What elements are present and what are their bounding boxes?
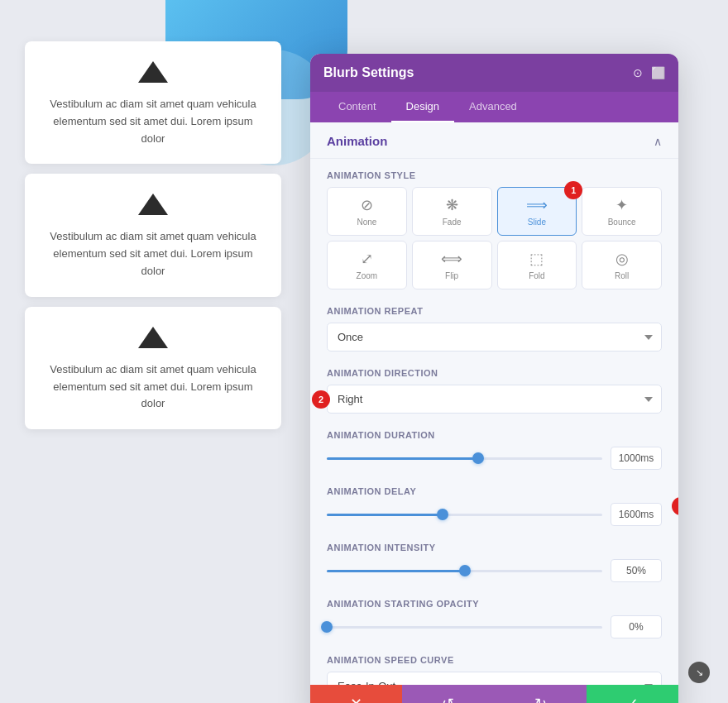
- zoom-icon: ⤢: [333, 250, 401, 268]
- blurb-card-1: Vestibulum ac diam sit amet quam vehicul…: [25, 41, 281, 164]
- redo-icon: ↻: [534, 695, 547, 703]
- style-roll[interactable]: ◎ Roll: [582, 241, 662, 289]
- panel-tabs: Content Design Advanced: [310, 92, 678, 122]
- duration-track: [327, 457, 602, 460]
- left-panel: Vestibulum ac diam sit amet quam vehicul…: [25, 41, 281, 429]
- card-text-1: Vestibulum ac diam sit amet quam vehicul…: [41, 96, 265, 147]
- animation-duration-group: Animation Duration 1000ms: [310, 422, 678, 478]
- animation-duration-value: 1000ms: [611, 447, 662, 470]
- roll-icon: ◎: [587, 250, 656, 268]
- tab-design[interactable]: Design: [391, 92, 454, 122]
- animation-opacity-label: Animation Starting Opacity: [327, 599, 662, 609]
- badge-1: 1: [564, 181, 582, 199]
- animation-speed-curve-select[interactable]: Ease-In-Out Ease Ease-In Ease-Out Linear: [327, 672, 662, 685]
- style-slide-label: Slide: [528, 218, 546, 227]
- animation-delay-label: Animation Delay: [327, 486, 662, 496]
- style-flip-label: Flip: [445, 271, 458, 280]
- style-none[interactable]: ⊘ None: [327, 187, 407, 236]
- delay-fill: [327, 514, 443, 516]
- animation-section-title: Animation: [327, 134, 387, 148]
- blurb-card-2: Vestibulum ac diam sit amet quam vehicul…: [25, 174, 281, 296]
- style-zoom-label: Zoom: [357, 271, 378, 280]
- style-fade[interactable]: ❋ Fade: [412, 187, 492, 236]
- section-collapse-icon[interactable]: ∧: [654, 135, 662, 148]
- divider-1: [310, 158, 678, 159]
- style-fold[interactable]: ⬚ Fold: [497, 241, 577, 289]
- panel-header-icons: ⊙ ⬜: [633, 66, 665, 79]
- delay-thumb[interactable]: [437, 509, 448, 520]
- save-icon: ✓: [626, 695, 639, 703]
- undo-button[interactable]: ↺: [402, 685, 494, 703]
- triangle-icon-3: [138, 327, 168, 348]
- animation-delay-slider-container[interactable]: [327, 506, 602, 523]
- section-header-animation: Animation ∧: [310, 122, 678, 158]
- duration-fill: [327, 457, 478, 460]
- intensity-track: [327, 570, 602, 572]
- animation-delay-row: 1600ms 3: [327, 503, 662, 526]
- tab-advanced[interactable]: Advanced: [454, 92, 532, 122]
- style-zoom[interactable]: ⤢ Zoom: [327, 241, 407, 289]
- duration-thumb[interactable]: [472, 452, 484, 464]
- style-roll-label: Roll: [615, 271, 629, 280]
- fold-icon: ⬚: [503, 250, 572, 268]
- animation-opacity-row: 0%: [327, 615, 662, 638]
- animation-style-grid: ⊘ None ❋ Fade ⟹ Slide 1 ✦ Bounce ⤢: [327, 187, 662, 289]
- style-bounce[interactable]: ✦ Bounce: [582, 187, 662, 236]
- animation-intensity-label: Animation Intensity: [327, 543, 662, 552]
- animation-speed-curve-group: Animation Speed Curve Ease-In-Out Ease E…: [310, 647, 678, 685]
- animation-duration-slider-container[interactable]: [327, 450, 602, 466]
- animation-repeat-label: Animation Repeat: [327, 306, 662, 316]
- animation-delay-group: Animation Delay 1600ms 3: [310, 478, 678, 534]
- triangle-icon-1: [138, 61, 168, 83]
- expand-icon[interactable]: ⬜: [651, 66, 665, 79]
- animation-repeat-group: Animation Repeat Once Loop Loop - Back a…: [310, 298, 678, 360]
- redo-button[interactable]: ↻: [495, 685, 587, 703]
- tab-content[interactable]: Content: [323, 92, 391, 122]
- animation-opacity-value: 0%: [611, 615, 662, 638]
- opacity-thumb[interactable]: [321, 621, 333, 633]
- badge-2: 2: [312, 390, 330, 409]
- card-text-2: Vestibulum ac diam sit amet quam vehicul…: [41, 228, 265, 280]
- slide-icon: ⟹: [503, 196, 572, 214]
- panel-body: Animation ∧ Animation Style ⊘ None ❋ Fad…: [310, 122, 678, 685]
- animation-repeat-select[interactable]: Once Loop Loop - Back and Forth: [327, 323, 662, 352]
- animation-style-label: Animation Style: [327, 170, 662, 180]
- none-icon: ⊘: [333, 196, 401, 214]
- style-slide[interactable]: ⟹ Slide 1: [497, 187, 577, 236]
- intensity-fill: [327, 570, 465, 572]
- animation-opacity-slider-container[interactable]: [327, 619, 602, 635]
- animation-opacity-group: Animation Starting Opacity 0%: [310, 591, 678, 647]
- card-text-3: Vestibulum ac diam sit amet quam vehicul…: [41, 361, 265, 413]
- animation-delay-value: 1600ms: [611, 503, 662, 526]
- animation-speed-curve-label: Animation Speed Curve: [327, 655, 662, 665]
- panel-header: Blurb Settings ⊙ ⬜: [310, 54, 678, 92]
- badge-3: 3: [672, 497, 678, 515]
- settings-panel: Blurb Settings ⊙ ⬜ Content Design Advanc…: [310, 54, 678, 703]
- cancel-button[interactable]: ✕: [310, 685, 402, 703]
- undo-icon: ↺: [442, 695, 454, 703]
- animation-intensity-slider-container[interactable]: [327, 562, 602, 579]
- opacity-track: [327, 626, 602, 629]
- focus-icon[interactable]: ⊙: [633, 66, 643, 79]
- panel-toolbar: ✕ ↺ ↻ ✓: [310, 685, 678, 703]
- blurb-card-3: Vestibulum ac diam sit amet quam vehicul…: [25, 307, 281, 429]
- animation-duration-row: 1000ms: [327, 447, 662, 470]
- delay-track: [327, 514, 602, 516]
- animation-intensity-row: 50%: [327, 559, 662, 582]
- style-fade-label: Fade: [443, 218, 462, 227]
- animation-style-group: Animation Style ⊘ None ❋ Fade ⟹ Slide 1 …: [310, 162, 678, 298]
- animation-direction-label: Animation Direction: [327, 368, 662, 378]
- animation-direction-select[interactable]: Right Top Bottom Left: [327, 385, 662, 414]
- bounce-icon: ✦: [587, 196, 656, 214]
- cancel-icon: ✕: [350, 695, 362, 703]
- corner-handle[interactable]: ↘: [688, 662, 710, 683]
- corner-icon: ↘: [696, 667, 703, 678]
- intensity-thumb[interactable]: [459, 565, 471, 576]
- animation-duration-label: Animation Duration: [327, 430, 662, 440]
- animation-direction-group: Animation Direction 2 Right Top Bottom L…: [310, 360, 678, 422]
- animation-intensity-group: Animation Intensity 50%: [310, 534, 678, 591]
- flip-icon: ⟺: [418, 250, 486, 268]
- triangle-icon-2: [138, 194, 168, 215]
- style-flip[interactable]: ⟺ Flip: [412, 241, 492, 289]
- save-button[interactable]: ✓: [587, 685, 678, 703]
